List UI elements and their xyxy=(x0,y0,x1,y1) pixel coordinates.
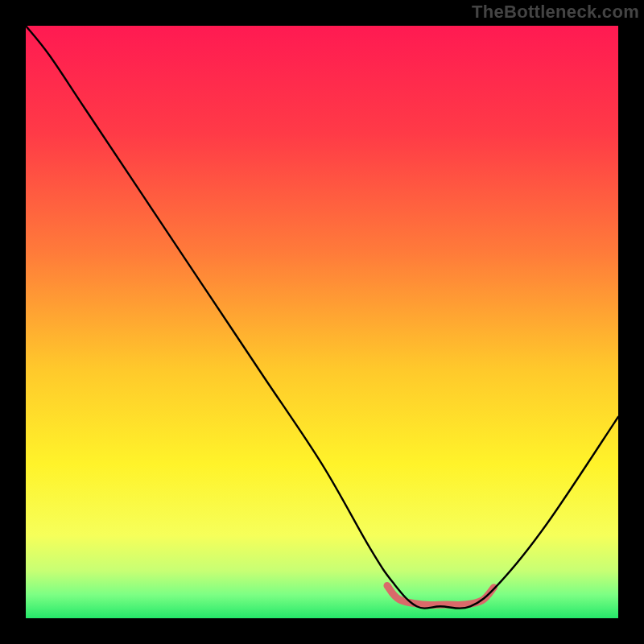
bottleneck-curve xyxy=(26,26,618,609)
chart-frame: TheBottleneck.com xyxy=(0,0,644,644)
curve-layer xyxy=(26,26,618,618)
attribution-watermark: TheBottleneck.com xyxy=(472,2,639,23)
plot-area xyxy=(26,26,618,618)
